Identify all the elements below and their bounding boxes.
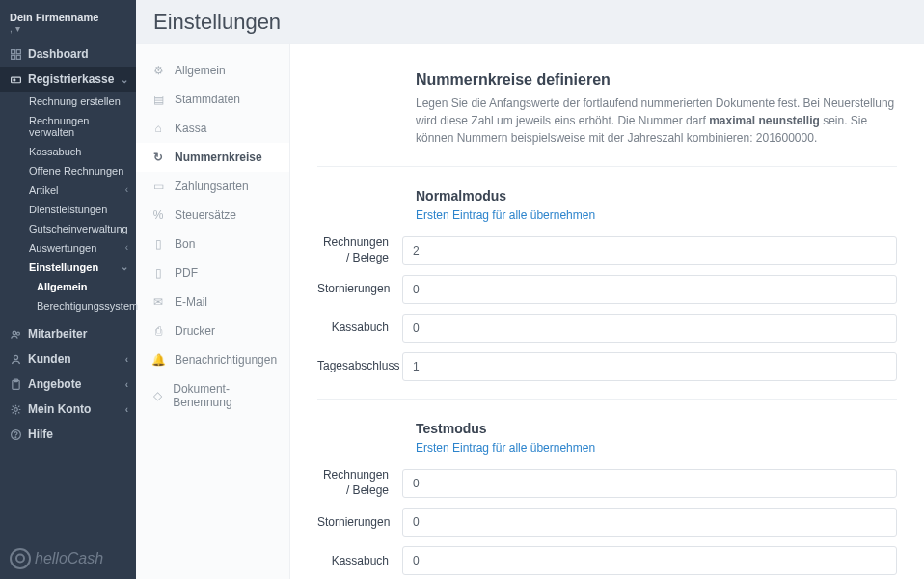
settings-nav-stammdaten[interactable]: ▤Stammdaten <box>136 85 289 114</box>
sidebar-artikel[interactable]: Artikel‹ <box>0 180 136 200</box>
svg-point-13 <box>15 436 16 437</box>
tag-icon: ◇ <box>151 389 163 402</box>
page-title: Einstellungen <box>136 0 924 44</box>
settings-nav-nummernkreise[interactable]: ↻Nummernkreise <box>136 143 289 172</box>
input-normal-kassabuch[interactable] <box>402 314 897 343</box>
apply-first-link-normal[interactable]: Ersten Eintrag für alle übernehmen <box>416 208 595 222</box>
apply-first-link-test[interactable]: Ersten Eintrag für alle übernehmen <box>416 441 595 455</box>
company-name: Dein Firmenname <box>10 12 126 23</box>
settings-nav: ⚙Allgemein ▤Stammdaten ⌂Kassa ↻Nummernkr… <box>136 44 290 579</box>
gear-icon: ⚙ <box>151 64 165 77</box>
svg-rect-3 <box>16 55 20 59</box>
chevron-left-icon: ‹ <box>125 242 128 253</box>
clipboard-icon <box>10 378 22 391</box>
gear-icon <box>10 403 22 416</box>
chevron-down-icon: ⌄ <box>121 262 128 272</box>
sidebar-dienstleistungen[interactable]: Dienstleistungen <box>0 200 136 219</box>
chevron-left-icon: ‹ <box>125 354 128 365</box>
label-kassabuch-test: Kassabuch <box>317 554 402 569</box>
label-rechnungen: Rechnungen / Belege <box>317 235 402 265</box>
sidebar-rechnung-erstellen[interactable]: Rechnung erstellen <box>0 92 136 111</box>
svg-point-8 <box>14 355 17 359</box>
sidebar-einst-berechtigung[interactable]: Berechtigungssystem <box>0 296 136 316</box>
svg-point-5 <box>14 78 15 80</box>
credit-card-icon: ▭ <box>151 179 165 193</box>
settings-nav-dokument-benennung[interactable]: ◇Dokument-Benennung <box>136 374 289 417</box>
settings-nav-drucker[interactable]: ⎙Drucker <box>136 317 289 345</box>
label-kassabuch: Kassabuch <box>317 320 402 336</box>
refresh-icon: ↻ <box>151 151 165 164</box>
sidebar-header[interactable]: Dein Firmenname , ▾ <box>0 0 136 41</box>
help-icon <box>10 428 22 441</box>
user-icon <box>10 353 22 366</box>
input-normal-tag[interactable] <box>402 352 897 381</box>
svg-point-11 <box>14 407 18 411</box>
settings-nav-kassa[interactable]: ⌂Kassa <box>136 114 289 143</box>
settings-nav-zahlungsarten[interactable]: ▭Zahlungsarten <box>136 172 289 201</box>
label-storno-test: Stornierungen <box>317 515 402 531</box>
settings-nav-email[interactable]: ✉E-Mail <box>136 288 289 317</box>
settings-nav-bon[interactable]: ▯Bon <box>136 230 289 259</box>
svg-point-6 <box>13 331 16 335</box>
svg-rect-0 <box>12 49 15 53</box>
chevron-left-icon: ‹ <box>125 184 128 195</box>
sidebar-rechnungen-verwalten[interactable]: Rechnungen verwalten <box>0 111 136 142</box>
logo: helloCash <box>10 548 126 569</box>
sidebar: Dein Firmenname , ▾ Dashboard Registrier… <box>0 0 136 579</box>
company-caret: , ▾ <box>10 23 126 34</box>
label-rechnungen-test: Rechnungen / Belege <box>317 468 402 498</box>
cash-register-icon <box>10 73 22 86</box>
input-test-kassabuch[interactable] <box>402 546 897 575</box>
sidebar-angebote[interactable]: Angebote‹ <box>0 372 136 397</box>
receipt-icon: ▯ <box>151 237 165 251</box>
file-icon: ▤ <box>151 93 165 106</box>
section-description: Legen Sie die Anfangswerte der fortlaufe… <box>416 95 897 147</box>
testmodus-title: Testmodus <box>416 421 897 436</box>
sidebar-einst-allgemein[interactable]: Allgemein <box>0 277 136 296</box>
settings-nav-benachrichtigungen[interactable]: 🔔Benachrichtigungen <box>136 345 289 374</box>
sidebar-kassabuch[interactable]: Kassabuch <box>0 142 136 161</box>
sidebar-offene-rechnungen[interactable]: Offene Rechnungen <box>0 161 136 180</box>
sidebar-registrierkasse[interactable]: Registrierkasse ⌄ <box>0 67 136 92</box>
bell-icon: 🔔 <box>151 353 165 367</box>
settings-nav-pdf[interactable]: ▯PDF <box>136 259 289 288</box>
normalmodus-title: Normalmodus <box>416 188 897 204</box>
settings-nav-allgemein[interactable]: ⚙Allgemein <box>136 56 289 85</box>
chevron-left-icon: ‹ <box>125 404 128 415</box>
input-normal-storno[interactable] <box>402 275 897 304</box>
sidebar-einstellungen[interactable]: Einstellungen⌄ <box>0 258 136 277</box>
section-title: Nummernkreise definieren <box>416 71 897 89</box>
chevron-left-icon: ‹ <box>125 379 128 390</box>
svg-rect-1 <box>16 49 20 53</box>
settings-panel: Nummernkreise definieren Legen Sie die A… <box>290 44 924 579</box>
svg-rect-4 <box>12 77 21 83</box>
dashboard-icon <box>10 48 22 61</box>
sidebar-mein-konto[interactable]: Mein Konto‹ <box>0 397 136 422</box>
settings-nav-steuersaetze[interactable]: %Steuersätze <box>136 201 289 230</box>
svg-point-7 <box>16 332 19 335</box>
input-normal-rechnungen[interactable] <box>402 236 897 265</box>
label-storno: Stornierungen <box>317 282 402 297</box>
svg-rect-2 <box>12 55 15 59</box>
sidebar-gutscheinverwaltung[interactable]: Gutscheinverwaltung <box>0 219 136 238</box>
document-icon: ▯ <box>151 266 165 280</box>
printer-icon: ⎙ <box>151 324 165 338</box>
sidebar-hilfe[interactable]: Hilfe <box>0 422 136 447</box>
users-icon <box>10 328 22 341</box>
input-test-storno[interactable] <box>402 508 897 537</box>
shop-icon: ⌂ <box>151 122 165 135</box>
label-tag: Tagesabschluss <box>317 359 402 374</box>
percent-icon: % <box>151 208 165 222</box>
sidebar-dashboard[interactable]: Dashboard <box>0 41 136 67</box>
mail-icon: ✉ <box>151 295 165 309</box>
chevron-down-icon: ⌄ <box>121 74 128 85</box>
input-test-rechnungen[interactable] <box>402 469 897 498</box>
sidebar-mitarbeiter[interactable]: Mitarbeiter <box>0 321 136 346</box>
sidebar-auswertungen[interactable]: Auswertungen‹ <box>0 238 136 258</box>
sidebar-kunden[interactable]: Kunden‹ <box>0 346 136 372</box>
